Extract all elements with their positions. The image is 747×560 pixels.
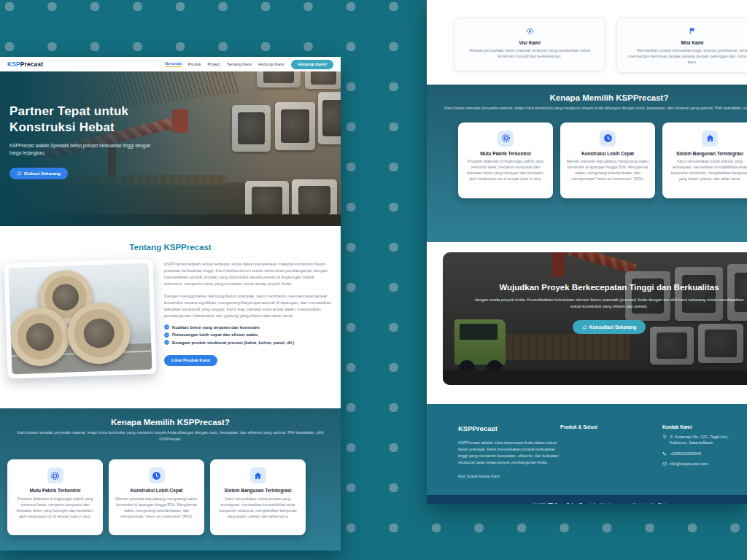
copyright-pre: © 2025 <box>533 502 546 505</box>
copyright-bar: © 2025 PT. Karya Solusi Pracetak. All ri… <box>427 495 747 504</box>
hero-section: Partner Tepat untuk Konstruksi Hebat KSP… <box>0 71 341 226</box>
about-title: Tentang KSPPrecast <box>0 243 341 252</box>
mission-card: Misi Kami Memberikan produk berkualitas … <box>616 18 747 73</box>
why-subtitle: Kami bukan sekadar penyedia material, te… <box>438 105 747 112</box>
footer-brand: KSPPrecast <box>458 424 560 432</box>
chat-icon <box>17 171 22 176</box>
gear-icon <box>47 467 63 483</box>
clock-icon <box>149 467 165 483</box>
check-circle-icon <box>164 324 169 330</box>
nav-item-beranda[interactable]: Beranda <box>165 61 181 67</box>
why-card-speed: Konstruksi Lebih Cepat Elemen pracetak s… <box>109 459 204 535</box>
why-title: Kenapa Memilih KSPPrecast? <box>427 93 747 102</box>
checklist-item: Kualitas beton yang terjamin dan konsist… <box>164 324 332 330</box>
why-card-speed: Konstruksi Lebih Cepat Elemen pracetak s… <box>560 122 655 198</box>
why-title: Kenapa Memilih KSPPrecast? <box>0 418 341 427</box>
nav-item-project[interactable]: Project <box>207 62 220 66</box>
site-footer: KSPPrecast KSPPrecast adalah mitra terpe… <box>427 404 747 495</box>
brand-logo-suffix: Precast <box>20 61 43 68</box>
hero-content: Partner Tepat untuk Konstruksi Hebat KSP… <box>9 104 177 179</box>
cta-content: Wujudkan Proyek Berkecepatan Tinggi dan … <box>443 252 747 385</box>
hero-title: Partner Tepat untuk Konstruksi Hebat <box>9 104 177 136</box>
photo-shape <box>9 263 152 375</box>
map-pin-icon <box>662 435 667 440</box>
hero-subtitle: KSPPrecast adalah Spesialis beton precas… <box>9 142 152 157</box>
about-text: KSPPrecast adalah solusi terdepan Anda d… <box>164 261 332 376</box>
cta-subtitle: Jangan tunda proyek Anda. Konsultasikan … <box>471 297 747 311</box>
vision-card: Visi Kami Menjadi perusahaan beton prace… <box>454 18 605 71</box>
chat-icon <box>582 324 587 330</box>
footer-email[interactable]: info@kspprecast.com <box>662 461 744 467</box>
why-section: Kenapa Memilih KSPPrecast? Kami bukan se… <box>0 408 341 551</box>
why-section: Kenapa Memilih KSPPrecast? Kami bukan se… <box>427 85 747 242</box>
view-products-button[interactable]: Lihat Produk Kami <box>164 355 217 366</box>
copyright-author[interactable]: LinsDigi <box>650 502 665 505</box>
why-cards: Mutu Pabrik Terkontrol Produksi dilakuka… <box>0 442 341 535</box>
vision-mission-section: Visi Kami Menjadi perusahaan beton prace… <box>427 0 747 85</box>
flag-icon <box>689 27 697 35</box>
why-card-quality: Mutu Pabrik Terkontrol Produksi dilakuka… <box>7 459 103 535</box>
main-nav: Beranda Produk Project Tentang Kami Hubu… <box>165 61 284 67</box>
cta-title: Wujudkan Proyek Berkecepatan Tinggi dan … <box>443 283 747 292</box>
footer-contact-column: Kontak Kami Jl. Sutamaju No. 12C, Tegal … <box>662 424 744 467</box>
eye-icon <box>526 27 534 35</box>
discuss-now-button[interactable]: Diskusi Sekarang <box>9 168 68 179</box>
secondary-page-screenshot: Visi Kami Menjadi perusahaan beton prace… <box>427 0 747 504</box>
cta-section: Wujudkan Proyek Berkecepatan Tinggi dan … <box>427 252 747 404</box>
why-card-integrated: Sistem Bangunan Terintegrasi Kami menyed… <box>662 122 747 198</box>
about-image <box>4 258 156 378</box>
building-icon <box>702 131 718 147</box>
footer-products-heading: Produk & Solusi <box>560 424 597 429</box>
footer-phone[interactable]: +6285219093445 <box>662 451 744 456</box>
contact-button[interactable]: Hubungi Kami! <box>291 60 333 69</box>
why-subtitle: Kami bukan sekadar penyedia material, te… <box>10 429 331 442</box>
clock-icon <box>600 131 616 147</box>
nav-item-tentang-kami[interactable]: Tentang Kami <box>227 62 252 66</box>
footer-products-column: Produk & Solusi <box>560 424 597 429</box>
footer-contact-heading: Kontak Kami <box>662 424 744 429</box>
gear-icon <box>498 131 514 147</box>
cta-banner: Wujudkan Proyek Berkecepatan Tinggi dan … <box>443 252 747 385</box>
site-header: KSPPrecast Beranda Produk Project Tentan… <box>0 57 341 71</box>
about-section: Tentang KSPPrecast KSPPrecast adalah sol… <box>0 226 341 408</box>
brand-logo-prefix: KSP <box>7 61 20 68</box>
about-paragraph-1: KSPPrecast adalah solusi terdepan Anda d… <box>164 261 332 288</box>
footer-brand-column: KSPPrecast KSPPrecast adalah mitra terpe… <box>458 424 560 478</box>
brand-logo[interactable]: KSPPrecast <box>7 61 43 68</box>
check-circle-icon <box>164 332 169 338</box>
nav-item-hubungi-kami[interactable]: Hubungi Kami <box>258 62 284 66</box>
mail-icon <box>662 462 667 467</box>
building-icon <box>250 467 266 483</box>
why-card-integrated: Sistem Bangunan Terintegrasi Kami menyed… <box>210 459 306 535</box>
check-circle-icon <box>164 340 169 345</box>
footer-social-label: Ikuti Sosial Media Kami <box>458 474 560 478</box>
checklist-item: Pemasangan lebih cepat dan efisien waktu <box>164 332 332 338</box>
consult-now-button[interactable]: Konsultasi Sekarang <box>573 320 646 334</box>
home-page-screenshot: KSPPrecast Beranda Produk Project Tentan… <box>0 57 341 551</box>
about-paragraph-2: Dengan menggunakan teknologi beton prace… <box>164 293 332 320</box>
copyright-company: PT. Karya Solusi Pracetak. <box>548 502 597 505</box>
footer-address: Jl. Sutamaju No. 12C, Tegal Alur, Kalide… <box>662 434 744 446</box>
why-cards: Mutu Pabrik Terkontrol Produksi dilakuka… <box>427 112 747 198</box>
footer-about: KSPPrecast adalah mitra terpercaya Anda … <box>458 440 560 466</box>
checklist-item: Beragam produk struktural precast (balok… <box>164 340 332 345</box>
phone-icon <box>662 451 667 456</box>
nav-item-produk[interactable]: Produk <box>188 62 201 66</box>
copyright-mid: All rights reserved. Made by <box>599 502 648 505</box>
why-card-quality: Mutu Pabrik Terkontrol Produksi dilakuka… <box>458 122 553 198</box>
